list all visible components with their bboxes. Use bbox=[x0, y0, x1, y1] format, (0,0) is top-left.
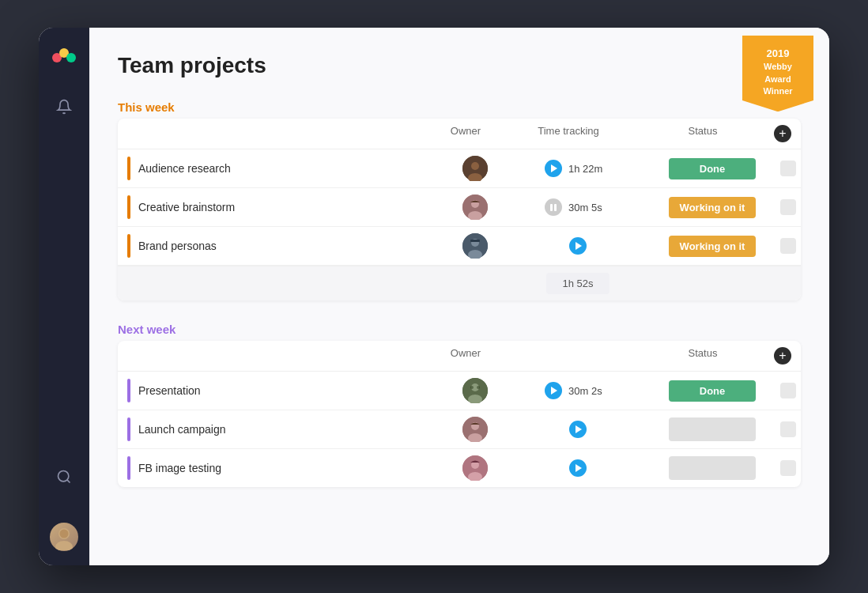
next-week-title: Next week bbox=[118, 323, 175, 336]
accent-bar bbox=[127, 234, 130, 258]
status-cell[interactable] bbox=[649, 411, 776, 448]
app-logo[interactable] bbox=[51, 42, 77, 72]
task-name-cell[interactable]: Brand personas bbox=[118, 228, 443, 264]
total-empty-4 bbox=[776, 266, 801, 300]
play-button[interactable] bbox=[569, 237, 587, 255]
task-name-cell[interactable]: Presentation bbox=[118, 372, 443, 409]
status-cell[interactable] bbox=[649, 450, 776, 486]
row-extra bbox=[780, 238, 796, 254]
svg-point-2 bbox=[66, 53, 76, 62]
task-name-cell[interactable]: Audience research bbox=[118, 150, 443, 187]
add-col-header[interactable]: + bbox=[766, 347, 791, 364]
status-cell[interactable]: Done bbox=[649, 152, 776, 186]
time-cell[interactable]: 1h 22m bbox=[507, 153, 649, 183]
add-column-button[interactable]: + bbox=[774, 347, 791, 364]
play-icon bbox=[576, 242, 582, 250]
this-week-title: This week bbox=[118, 100, 175, 114]
task-name: Brand personas bbox=[138, 240, 217, 252]
status-cell[interactable]: Working on it bbox=[649, 191, 776, 225]
pause-icon bbox=[550, 204, 557, 211]
total-empty-3 bbox=[649, 266, 776, 300]
owner-cell bbox=[443, 149, 507, 187]
main-content: 2019 WebbyAwardWinner Team projects This… bbox=[89, 28, 829, 565]
pause-button[interactable] bbox=[545, 198, 562, 216]
owner-cell bbox=[443, 227, 507, 265]
status-cell[interactable]: Working on it bbox=[649, 229, 776, 263]
owner-cell bbox=[443, 188, 507, 226]
time-value: 30m 2s bbox=[568, 385, 611, 397]
owner-avatar bbox=[462, 195, 488, 220]
bell-icon[interactable] bbox=[50, 93, 78, 121]
this-week-section: This week Owner Time tracking Status + bbox=[118, 100, 801, 300]
play-button[interactable] bbox=[545, 382, 562, 399]
play-icon bbox=[551, 387, 557, 395]
time-value: 30m 5s bbox=[568, 202, 611, 213]
task-name: Creative brainstorm bbox=[138, 201, 235, 213]
svg-rect-17 bbox=[470, 240, 480, 242]
app-frame: 2019 WebbyAwardWinner Team projects This… bbox=[39, 28, 829, 565]
time-cell[interactable] bbox=[507, 414, 649, 444]
extra-cell bbox=[776, 421, 801, 437]
owner-col-header: Owner bbox=[434, 347, 497, 364]
play-button[interactable] bbox=[569, 421, 587, 438]
task-col-header bbox=[127, 347, 434, 364]
next-week-table: Owner Status + Presentation bbox=[118, 341, 801, 487]
sidebar bbox=[39, 28, 89, 565]
total-time-cell: 1h 52s bbox=[507, 266, 649, 300]
add-column-button[interactable]: + bbox=[774, 125, 791, 142]
status-col-header: Status bbox=[640, 125, 766, 142]
status-badge[interactable]: Working on it bbox=[669, 236, 757, 257]
task-col-header bbox=[127, 125, 434, 142]
pause-bar bbox=[550, 204, 553, 211]
total-time-value: 1h 52s bbox=[546, 273, 609, 294]
task-name: Presentation bbox=[138, 384, 201, 397]
owner-cell bbox=[443, 372, 507, 410]
status-badge[interactable]: Done bbox=[669, 380, 756, 402]
status-empty[interactable] bbox=[669, 417, 756, 441]
task-name-cell[interactable]: FB image testing bbox=[118, 450, 443, 486]
this-week-header: This week bbox=[118, 100, 801, 114]
time-cell[interactable]: 30m 5s bbox=[507, 192, 649, 222]
accent-bar bbox=[127, 379, 130, 402]
task-name-cell[interactable]: Creative brainstorm bbox=[118, 189, 443, 225]
play-icon bbox=[576, 464, 582, 472]
accent-bar bbox=[127, 195, 130, 219]
table-row: Creative brainstorm bbox=[118, 188, 801, 227]
row-extra bbox=[780, 161, 796, 176]
table-row: Presentation bbox=[118, 372, 801, 410]
extra-cell bbox=[776, 383, 801, 398]
table-row: FB image testing bbox=[118, 449, 801, 487]
svg-point-9 bbox=[471, 162, 479, 170]
next-week-header: Next week bbox=[118, 323, 801, 336]
row-extra bbox=[780, 460, 796, 476]
add-col-header[interactable]: + bbox=[766, 125, 791, 142]
task-name: FB image testing bbox=[138, 462, 221, 474]
status-badge[interactable]: Working on it bbox=[669, 197, 757, 218]
total-empty-2 bbox=[443, 266, 507, 300]
time-cell[interactable] bbox=[507, 231, 649, 261]
user-avatar[interactable] bbox=[50, 523, 78, 551]
svg-point-21 bbox=[470, 386, 474, 389]
time-col-header: Time tracking bbox=[497, 125, 640, 142]
status-cell[interactable]: Done bbox=[649, 374, 776, 408]
task-name-cell[interactable]: Launch campaign bbox=[118, 411, 443, 448]
row-extra bbox=[780, 199, 796, 215]
webby-year: 2019 bbox=[755, 47, 801, 61]
search-icon[interactable] bbox=[50, 463, 78, 491]
play-button[interactable] bbox=[569, 459, 587, 477]
task-name: Audience research bbox=[138, 162, 231, 175]
time-total-row: 1h 52s bbox=[118, 266, 801, 300]
time-cell[interactable] bbox=[507, 453, 649, 483]
status-badge[interactable]: Done bbox=[669, 158, 756, 179]
row-extra bbox=[780, 421, 796, 437]
accent-bar bbox=[127, 417, 130, 441]
status-empty[interactable] bbox=[669, 456, 756, 480]
next-week-section: Next week Owner Status + Pr bbox=[118, 323, 801, 487]
status-col-header: Status bbox=[640, 347, 766, 364]
webby-badge: 2019 WebbyAwardWinner bbox=[742, 36, 813, 111]
webby-text: WebbyAwardWinner bbox=[755, 61, 801, 97]
play-button[interactable] bbox=[545, 160, 562, 177]
accent-bar bbox=[127, 157, 130, 180]
time-cell[interactable]: 30m 2s bbox=[507, 376, 649, 406]
row-extra bbox=[780, 383, 796, 398]
